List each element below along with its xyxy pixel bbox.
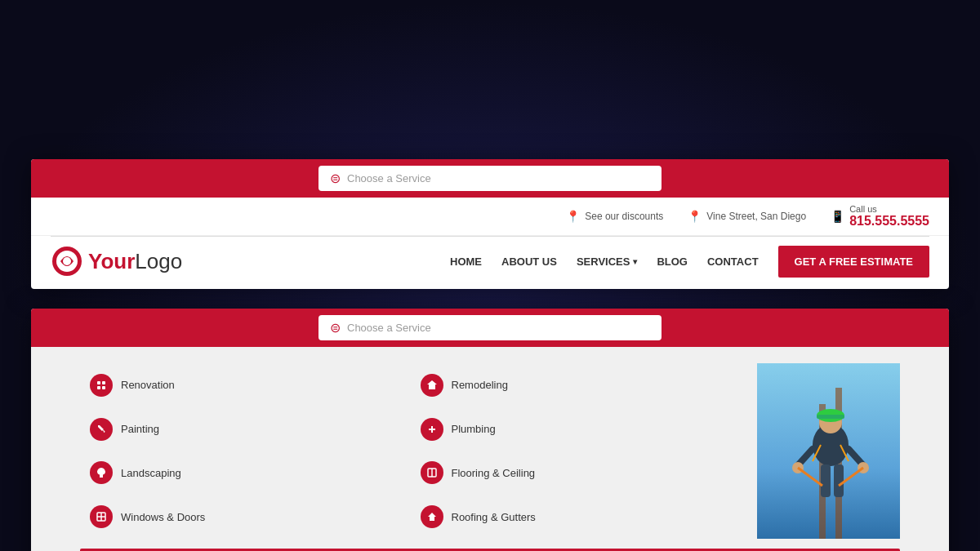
svg-rect-23 [821,464,831,497]
top-bar: ⊜ Choose a Service [31,159,949,198]
service-roofing[interactable]: Roofing & Gutters [411,495,742,539]
service-select-wrapper-bottom[interactable]: ⊜ Choose a Service [318,315,662,340]
roofing-label: Roofing & Gutters [452,511,536,523]
tag-icon: 📍 [566,210,580,223]
svg-point-2 [63,257,71,265]
landscaping-icon [90,461,113,484]
nav-bar: YourLogo HOME ABOUT US SERVICES ▾ BLOG C… [31,237,949,289]
svg-rect-5 [97,386,100,389]
chevron-down-icon: ▾ [633,257,637,266]
svg-rect-24 [834,464,844,497]
top-bar-bottom: ⊜ Choose a Service [31,309,949,347]
service-landscaping[interactable]: Landscaping [80,451,411,495]
service-windows[interactable]: Windows & Doors [80,495,411,539]
services-dropdown: Renovation Remodeling Painting Plumbing [31,347,949,539]
service-plumbing[interactable]: Plumbing [411,407,742,451]
location-icon: 📍 [688,210,702,223]
phone-number: 815.555.5555 [849,214,929,229]
service-select-icon: ⊜ [330,171,341,186]
nav-home[interactable]: HOME [450,256,482,268]
logo-bold: Your [88,249,135,273]
service-select-text-bottom: Choose a Service [347,322,431,334]
logo-icon [51,245,83,278]
renovation-label: Renovation [121,379,175,391]
remodeling-label: Remodeling [452,379,508,391]
website-card-bottom: ⊜ Choose a Service Renovation Remodeling [31,309,949,551]
painting-label: Painting [121,423,159,435]
service-renovation[interactable]: Renovation [80,363,411,407]
svg-rect-4 [102,381,105,384]
info-bar: 📍 See our discounts 📍 Vine Street, San D… [31,198,949,236]
services-list: Renovation Remodeling Painting Plumbing [80,363,741,539]
roofing-icon [421,505,443,528]
phone-info[interactable]: 📱 Call us 815.555.5555 [831,204,929,229]
plumbing-label: Plumbing [452,423,496,435]
painting-icon [90,418,113,441]
svg-rect-3 [97,381,100,384]
windows-label: Windows & Doors [121,511,205,523]
address-info: 📍 Vine Street, San Diego [688,210,806,223]
nav-blog[interactable]: BLOG [657,256,688,268]
get-estimate-button-top[interactable]: GET A FREE ESTIMATE [778,246,929,278]
windows-icon [90,505,113,528]
svg-rect-18 [817,415,844,419]
address-label: Vine Street, San Diego [706,211,806,222]
nav-services[interactable]: SERVICES ▾ [577,256,638,268]
renovation-icon [90,374,113,397]
logo-regular: Logo [135,249,182,273]
flooring-icon [421,461,443,484]
svg-rect-6 [102,386,105,389]
nav-links: HOME ABOUT US SERVICES ▾ BLOG CONTACT GE… [450,246,929,278]
discounts-info[interactable]: 📍 See our discounts [566,210,663,223]
service-select-wrapper[interactable]: ⊜ Choose a Service [318,166,662,191]
call-us-label: Call us [849,204,929,214]
service-select-icon-bottom: ⊜ [330,320,341,335]
nav-about[interactable]: ABOUT US [501,256,557,268]
nav-contact[interactable]: CONTACT [707,256,759,268]
plumbing-icon [421,418,443,441]
discounts-label: See our discounts [585,211,663,222]
service-flooring[interactable]: Flooring & Ceiling [411,451,742,495]
landscaping-label: Landscaping [121,467,181,479]
service-painting[interactable]: Painting [80,407,411,451]
service-remodeling[interactable]: Remodeling [411,363,742,407]
logo[interactable]: YourLogo [51,245,182,278]
logo-text: YourLogo [88,249,182,274]
flooring-label: Flooring & Ceiling [452,467,536,479]
nav-services-label: SERVICES [577,256,630,268]
phone-icon: 📱 [831,210,844,223]
remodeling-icon [421,374,443,397]
website-card-top: ⊜ Choose a Service 📍 See our discounts 📍… [31,159,949,289]
service-select-text: Choose a Service [347,172,431,184]
worker-image [757,363,900,539]
